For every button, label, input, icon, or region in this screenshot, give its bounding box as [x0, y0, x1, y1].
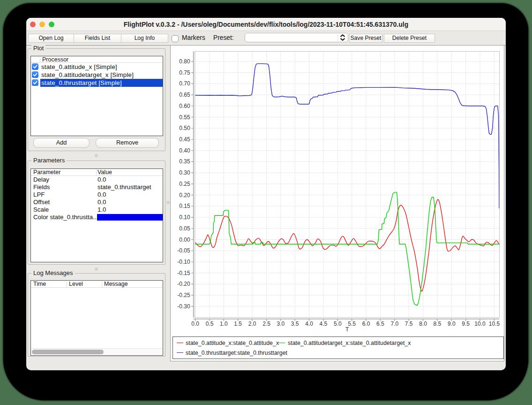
svg-text:-0.25: -0.25	[177, 292, 190, 298]
svg-text:6.0: 6.0	[362, 321, 370, 327]
svg-text:6.5: 6.5	[376, 321, 384, 327]
svg-text:0.25: 0.25	[179, 181, 190, 187]
svg-text:3.5: 3.5	[291, 321, 299, 327]
svg-text:0.10: 0.10	[179, 214, 190, 221]
svg-text:3.0: 3.0	[277, 321, 285, 327]
svg-text:2.5: 2.5	[262, 321, 270, 327]
svg-text:5.5: 5.5	[348, 321, 356, 327]
svg-text:0.40: 0.40	[179, 147, 190, 154]
svg-text:9.5: 9.5	[462, 321, 470, 327]
svg-text:-0.10: -0.10	[177, 259, 190, 265]
svg-text:0.75: 0.75	[179, 69, 190, 76]
svg-text:-0.15: -0.15	[177, 270, 190, 276]
svg-text:-0.20: -0.20	[177, 281, 190, 287]
svg-text:8.0: 8.0	[419, 321, 427, 327]
svg-text:7.5: 7.5	[405, 321, 413, 327]
svg-text:0.35: 0.35	[179, 158, 190, 165]
svg-text:-0.05: -0.05	[177, 247, 190, 254]
svg-text:0.50: 0.50	[179, 125, 190, 131]
svg-text:0.00: 0.00	[179, 237, 190, 243]
svg-text:2.0: 2.0	[248, 321, 256, 327]
svg-text:5.0: 5.0	[334, 321, 342, 327]
svg-text:0.60: 0.60	[179, 103, 190, 109]
svg-text:10.5: 10.5	[489, 321, 500, 327]
svg-text:0.5: 0.5	[206, 321, 214, 327]
svg-text:4.5: 4.5	[320, 321, 328, 327]
svg-text:T: T	[345, 326, 349, 333]
svg-text:10.0: 10.0	[474, 321, 486, 327]
svg-text:0.45: 0.45	[179, 136, 190, 143]
svg-text:7.0: 7.0	[390, 321, 398, 327]
svg-text:8.5: 8.5	[434, 321, 442, 327]
svg-text:0.55: 0.55	[179, 114, 190, 121]
svg-text:4.0: 4.0	[305, 321, 313, 327]
svg-text:0.20: 0.20	[179, 192, 190, 199]
svg-text:-0.30: -0.30	[177, 303, 190, 310]
svg-text:0.05: 0.05	[179, 225, 190, 232]
svg-text:1.5: 1.5	[234, 321, 242, 327]
svg-text:0.80: 0.80	[179, 58, 190, 65]
svg-text:9.0: 9.0	[448, 321, 456, 327]
svg-text:0.15: 0.15	[179, 203, 190, 209]
svg-text:0.65: 0.65	[179, 92, 190, 98]
svg-text:0.0: 0.0	[191, 321, 199, 327]
svg-text:0.70: 0.70	[179, 80, 190, 87]
svg-text:1.0: 1.0	[220, 321, 228, 327]
svg-text:0.30: 0.30	[179, 169, 190, 176]
